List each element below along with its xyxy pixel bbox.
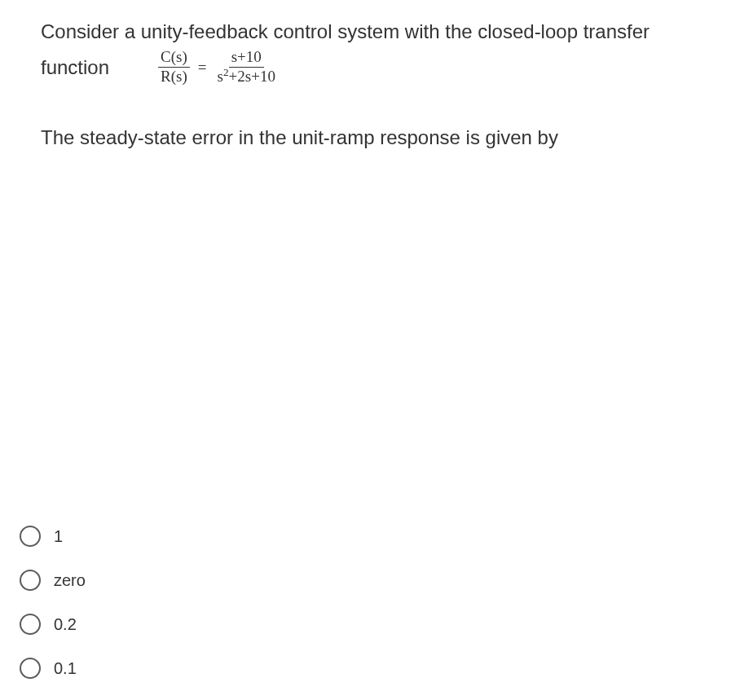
- question-block: Consider a unity-feedback control system…: [24, 16, 729, 149]
- question-followup: The steady-state error in the unit-ramp …: [41, 126, 729, 149]
- option-label: 0.2: [54, 615, 77, 634]
- options-list: 1 zero 0.2 0.1: [20, 526, 86, 684]
- option-label: 1: [54, 527, 63, 546]
- option-0-2[interactable]: 0.2: [20, 614, 86, 635]
- fraction-left-numerator: C(s): [158, 49, 190, 68]
- question-stem: Consider a unity-feedback control system…: [41, 16, 729, 86]
- radio-icon: [20, 526, 41, 547]
- fraction-left: C(s) R(s): [158, 49, 190, 86]
- radio-icon: [20, 570, 41, 591]
- transfer-function-equation: C(s) R(s) = s+10 s2+2s+10: [158, 49, 278, 86]
- option-0-1[interactable]: 0.1: [20, 658, 86, 679]
- equals-sign: =: [195, 55, 210, 80]
- option-zero[interactable]: zero: [20, 570, 86, 591]
- radio-icon: [20, 658, 41, 679]
- fraction-right-numerator: s+10: [229, 49, 264, 68]
- fraction-left-denominator: R(s): [158, 68, 190, 86]
- question-line-1: Consider a unity-feedback control system…: [41, 16, 729, 47]
- option-1[interactable]: 1: [20, 526, 86, 547]
- option-label: zero: [54, 571, 86, 590]
- fraction-right-denominator: s2+2s+10: [215, 68, 278, 86]
- question-line-2-word: function: [41, 52, 109, 83]
- fraction-right: s+10 s2+2s+10: [215, 49, 278, 86]
- radio-icon: [20, 614, 41, 635]
- option-label: 0.1: [54, 659, 77, 678]
